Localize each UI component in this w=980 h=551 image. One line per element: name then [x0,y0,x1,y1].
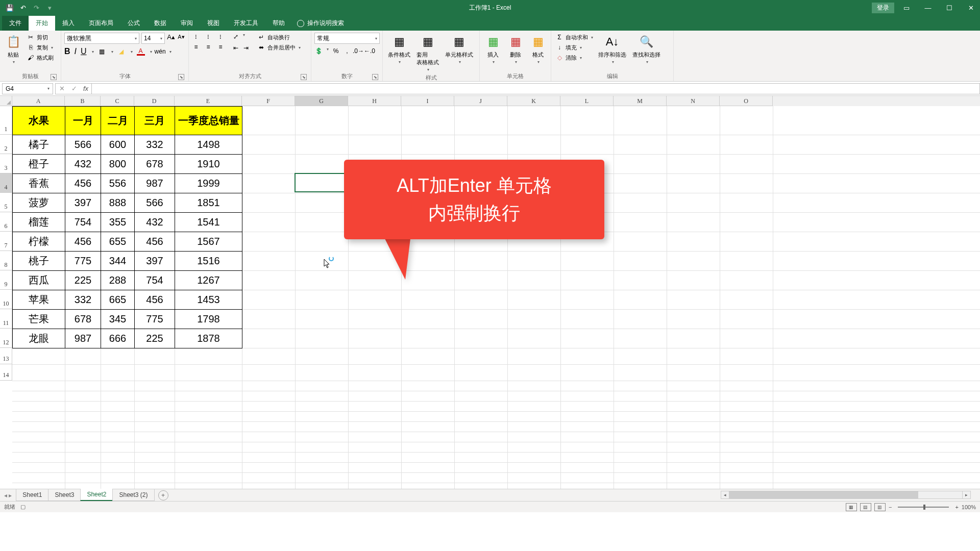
tab-help[interactable]: 帮助 [265,16,292,31]
row-header[interactable]: 8 [0,251,12,270]
table-cell[interactable]: 566 [135,193,175,213]
zoom-slider[interactable] [898,507,949,508]
table-cell[interactable]: 1798 [175,310,242,329]
column-header[interactable]: N [667,96,720,106]
save-icon[interactable]: 💾 [4,2,15,13]
table-cell[interactable]: 1999 [175,174,242,193]
tab-formulas[interactable]: 公式 [120,16,147,31]
row-header[interactable]: 3 [0,154,12,173]
sheet-tab-3[interactable]: Sheet2 [80,489,113,501]
row-header[interactable]: 4 [0,173,12,193]
insert-cells-button[interactable]: ▦插入▾ [483,33,503,65]
number-launcher-icon[interactable]: ⬊ [372,74,378,80]
underline-button[interactable]: U [81,47,87,56]
table-cell[interactable]: 1878 [175,329,242,348]
table-cell[interactable]: 987 [65,329,101,348]
table-cell[interactable]: 355 [101,213,135,232]
page-break-view-icon[interactable]: ▥ [874,503,886,511]
decrease-indent-icon[interactable]: ⇤ [232,44,240,52]
formula-input[interactable] [92,83,980,94]
table-cell[interactable]: 600 [101,135,135,155]
column-header[interactable]: I [401,96,454,106]
column-header[interactable]: M [614,96,667,106]
paste-button[interactable]: 📋 粘贴 ▾ [3,33,23,65]
table-header[interactable]: 水果 [13,107,65,135]
table-cell[interactable]: 800 [101,155,135,174]
sheet-tab-1[interactable]: Sheet1 [16,489,48,501]
table-cell[interactable]: 775 [135,310,175,329]
add-sheet-button[interactable]: + [158,490,168,500]
table-cell[interactable]: 榴莲 [13,213,65,232]
tab-developer[interactable]: 开发工具 [227,16,265,31]
table-cell[interactable]: 397 [135,252,175,271]
copy-button[interactable]: ⎘复制▾ [26,43,55,52]
italic-button[interactable]: I [75,47,77,56]
table-cell[interactable]: 397 [65,193,101,213]
table-cell[interactable]: 西瓜 [13,271,65,290]
table-cell[interactable]: 1541 [175,213,242,232]
minimize-icon[interactable]: — [919,1,937,15]
font-launcher-icon[interactable]: ⬊ [178,74,184,80]
table-cell[interactable]: 香蕉 [13,174,65,193]
qat-dropdown-icon[interactable]: ▾ [44,2,55,13]
font-color-button[interactable]: A [137,47,145,56]
table-cell[interactable]: 1498 [175,135,242,155]
align-right-icon[interactable]: ≡ [216,43,225,51]
align-middle-icon[interactable]: ⫶ [204,33,212,41]
table-cell[interactable]: 橘子 [13,135,65,155]
tab-page-layout[interactable]: 页面布局 [82,16,120,31]
scroll-left-icon[interactable]: ◂ [721,491,729,498]
table-cell[interactable]: 754 [65,213,101,232]
table-cell[interactable]: 456 [135,232,175,252]
fill-color-button[interactable]: ◢ [117,47,126,56]
maximize-icon[interactable]: ☐ [940,1,959,15]
tab-view[interactable]: 视图 [200,16,227,31]
column-header[interactable]: J [454,96,507,106]
table-cell[interactable]: 775 [65,252,101,271]
tab-home[interactable]: 开始 [29,16,55,31]
table-cell[interactable]: 556 [101,174,135,193]
sheet-tab-4[interactable]: Sheet3 (2) [112,489,154,501]
column-header[interactable]: L [560,96,614,106]
login-button[interactable]: 登录 [872,3,894,13]
fx-icon[interactable]: fx [80,85,91,92]
column-headers[interactable]: ABCDEFGHIJKLMNO [12,96,980,106]
table-cell[interactable]: 1516 [175,252,242,271]
row-header[interactable]: 13 [0,348,12,364]
macro-record-icon[interactable]: ▢ [20,504,26,510]
row-header[interactable]: 14 [0,364,12,381]
align-center-icon[interactable]: ≡ [204,43,212,51]
table-cell[interactable]: 1267 [175,271,242,290]
normal-view-icon[interactable]: ▦ [846,503,857,511]
orientation-icon[interactable]: ⤢ [232,33,240,41]
column-header[interactable]: D [134,96,175,106]
column-header[interactable]: O [720,96,773,106]
table-cell[interactable]: 1851 [175,193,242,213]
table-cell[interactable]: 655 [101,232,135,252]
comma-icon[interactable]: , [343,47,351,55]
zoom-out-button[interactable]: − [889,504,892,510]
table-cell[interactable]: 225 [135,329,175,348]
accounting-format-icon[interactable]: 💲 [314,47,323,55]
tab-review[interactable]: 审阅 [174,16,200,31]
name-box[interactable]: G4▾ [2,83,53,94]
table-cell[interactable]: 1453 [175,290,242,310]
close-icon[interactable]: ✕ [962,1,980,15]
format-cells-button[interactable]: ▦格式▾ [528,33,548,65]
align-bottom-icon[interactable]: ⫶ [216,33,225,41]
cut-button[interactable]: ✂剪切 [26,33,55,42]
table-cell[interactable]: 332 [135,135,175,155]
scroll-right-icon[interactable]: ▸ [962,491,970,498]
undo-icon[interactable]: ↶ [17,2,29,13]
sheet-tab-2[interactable]: Sheet3 [48,489,81,501]
table-cell[interactable]: 666 [101,329,135,348]
merge-center-button[interactable]: ⬌合并后居中▾ [256,43,302,52]
enter-formula-icon[interactable]: ✓ [68,85,80,92]
fill-button[interactable]: ↓填充▾ [554,43,594,52]
column-header[interactable]: F [242,96,295,106]
table-cell[interactable]: 1910 [175,155,242,174]
row-header[interactable]: 2 [0,135,12,154]
phonetic-button[interactable]: wén [156,47,164,56]
redo-icon[interactable]: ↷ [31,2,42,13]
table-cell[interactable]: 678 [65,310,101,329]
